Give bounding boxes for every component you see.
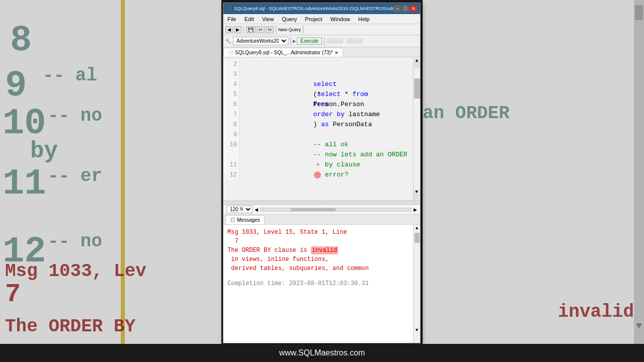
- maximize-button[interactable]: □: [402, 5, 409, 12]
- title-bar-icon: 🗄️: [226, 6, 232, 11]
- bg-right-scroll-thumb: [635, 5, 643, 20]
- code-with-scroll: 2 3 4 5 6 7 8 9 10 ─: [223, 57, 420, 201]
- results-scroll-down[interactable]: ▼: [414, 328, 420, 333]
- background-left: 8 9 -- al 10 -- no by 11 -- er 12 -- no …: [0, 0, 221, 362]
- toolbar-sep-2: [276, 26, 276, 34]
- kw-order-6: order: [313, 111, 333, 118]
- results-content-wrapper: Msg 1033, Level 15, State 1, Line 7 The …: [223, 225, 420, 343]
- bg-msg: Msg 1033, Lev: [5, 261, 146, 282]
- splitter-bar[interactable]: · · ·: [223, 201, 420, 205]
- zoom-scrollbar[interactable]: [260, 208, 412, 212]
- minimize-button[interactable]: ─: [394, 5, 401, 12]
- kw-as-7: as: [321, 121, 329, 128]
- menu-file[interactable]: File: [225, 16, 238, 22]
- zoom-scroll-thumb[interactable]: [291, 208, 336, 211]
- toolbar-redo[interactable]: ↪: [266, 26, 274, 33]
- results-vscroll[interactable]: ▲ ▼: [413, 225, 420, 343]
- zoom-right-btn[interactable]: ▶: [414, 207, 417, 212]
- menu-query[interactable]: Query: [280, 16, 299, 22]
- comment-10-cont: by clause: [313, 161, 360, 168]
- code-scroll-area: 2 3 4 5 6 7 8 9 10 ─: [223, 57, 420, 201]
- close-button[interactable]: ✕: [410, 5, 417, 12]
- bottom-bar: www.SQLMaestros.com: [0, 344, 644, 362]
- bg-yellow-stripe: [121, 0, 125, 362]
- bg-num-8: 8: [10, 20, 32, 61]
- menu-edit[interactable]: Edit: [243, 16, 256, 22]
- tab-bar: 📄 SQLQuery8.sql - SQL_...Administrator (…: [223, 47, 420, 57]
- menu-window[interactable]: Window: [329, 16, 352, 22]
- tab-query[interactable]: 📄 SQLQuery8.sql - SQL_...Administrator (…: [223, 48, 343, 57]
- bg-text-er: -- er: [48, 166, 102, 187]
- scroll-down-btn[interactable]: ▼: [414, 190, 420, 200]
- bg-right-scrollbar: ▼: [634, 0, 644, 362]
- zoom-selector[interactable]: 120 %: [226, 206, 253, 213]
- text-cursor: [314, 171, 321, 178]
- line-num-5: 5: [223, 89, 237, 100]
- menu-help[interactable]: Help: [356, 16, 372, 22]
- invalid-highlight: invalid: [311, 246, 338, 254]
- title-bar-controls: ─ □ ✕: [394, 5, 417, 12]
- code-persondata-7: PersonData: [329, 121, 372, 128]
- scroll-thumb[interactable]: [414, 78, 420, 99]
- toolbar-extra-icons: ⬜⬜⬜ ⬜⬜⬜: [327, 38, 362, 44]
- zoom-left-btn[interactable]: ◀: [255, 207, 258, 212]
- line-num-11: 11: [223, 160, 237, 170]
- line-num-blank: [223, 150, 237, 160]
- code-panel: 2 3 4 5 6 7 8 9 10 ─: [223, 57, 420, 201]
- scroll-up-btn[interactable]: ▲: [414, 58, 420, 68]
- editor-splitter: 2 3 4 5 6 7 8 9 10 ─: [223, 57, 420, 343]
- results-tab-bar: 📋 Messages: [223, 215, 420, 225]
- menu-project[interactable]: Project: [303, 16, 324, 22]
- title-bar-label: SQLQuery8.sql - SQLMAESTROS.AdventureWor…: [234, 6, 394, 11]
- kw-select-3: select: [313, 80, 337, 88]
- results-panel: 120 % ◀ ▶ 📋 Messages Msg 1033, Level 15,…: [223, 205, 420, 343]
- zoom-bar: 120 % ◀ ▶: [223, 205, 420, 215]
- code-line-3: select * from: [243, 69, 413, 79]
- execute-button[interactable]: Execute: [297, 37, 322, 45]
- result-line-5: derived tables, subqueries, and common: [227, 264, 409, 273]
- bg-text-no1: -- no: [48, 106, 102, 126]
- toolbar-undo[interactable]: ↩: [257, 26, 265, 33]
- line-num-9: 9: [223, 130, 237, 140]
- play-icon: ▶: [293, 38, 296, 44]
- line-num-2: 2: [223, 59, 237, 69]
- bg-text-al: -- al: [43, 65, 97, 86]
- tab-close[interactable]: ✕: [335, 50, 339, 55]
- result-line-3: The ORDER BY clause is invalid: [227, 246, 409, 255]
- tab-messages[interactable]: 📋 Messages: [225, 215, 265, 224]
- toolbar-save[interactable]: 💾: [246, 26, 256, 33]
- database-selector[interactable]: AdventureWorks2016: [233, 37, 288, 45]
- toolbar-sep-1: [244, 26, 244, 34]
- result-line-1: Msg 1033, Level 15, State 1, Line: [227, 228, 409, 237]
- code-person-5: Person.Person: [313, 101, 364, 108]
- toolbar-1: ◀ ▶ 💾 ↩ ↪ New Query: [223, 24, 420, 35]
- comment-10: -- now lets add an ORDER: [313, 151, 407, 158]
- ssms-window: 🗄️ SQLQuery8.sql - SQLMAESTROS.Adventure…: [223, 3, 421, 343]
- menu-view[interactable]: View: [260, 16, 276, 22]
- code-lines[interactable]: select * from (select * from: [239, 59, 413, 180]
- line-numbers: 2 3 4 5 6 7 8 9 10 ─: [223, 59, 239, 180]
- title-bar-text: 🗄️ SQLQuery8.sql - SQLMAESTROS.Adventure…: [226, 6, 394, 11]
- results-scroll-up[interactable]: ▲: [414, 225, 420, 232]
- results-scroll-thumb[interactable]: [415, 233, 420, 243]
- bg-num-9: 9: [5, 65, 27, 107]
- line-num-6: 6: [223, 100, 237, 110]
- toolbar-new[interactable]: ◀: [225, 26, 233, 33]
- code-content[interactable]: 2 3 4 5 6 7 8 9 10 ─: [223, 57, 413, 201]
- code-vscroll[interactable]: ▲ ▼: [413, 57, 420, 201]
- toolbar-sep-3: [303, 26, 303, 34]
- toolbar-2: 🔧 AdventureWorks2016 ▶ Execute ⬜⬜⬜ ⬜⬜⬜: [223, 35, 420, 47]
- kw-from-4: from: [352, 90, 368, 98]
- bg-order-by: The ORDER BY: [5, 316, 135, 337]
- toolbar-open[interactable]: ▶: [234, 26, 242, 33]
- result-spacer: [227, 273, 409, 279]
- result-completion: Completion time: 2023-08-01T12:03:30.31: [227, 279, 409, 288]
- messages-tab-label: Messages: [237, 217, 260, 223]
- result-line-2: 7: [227, 237, 409, 246]
- kw-select-4: select: [317, 90, 341, 98]
- tab-icon: 📄: [228, 50, 233, 55]
- code-lastname-6: lastname: [345, 111, 380, 118]
- comment-9: -- all ok: [313, 141, 348, 148]
- result-line-4: in views, inline functions,: [227, 255, 409, 264]
- kw-by-6: by: [337, 111, 345, 118]
